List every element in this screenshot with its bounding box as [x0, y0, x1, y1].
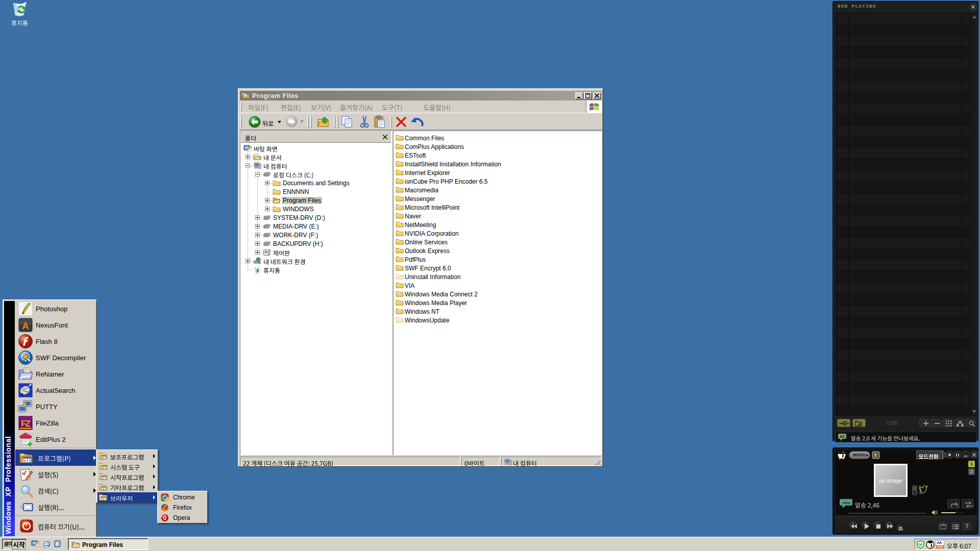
svg-text:A: A — [22, 321, 29, 331]
svg-text:FZ: FZ — [21, 419, 30, 429]
svg-text:AD: AD — [840, 435, 845, 438]
svg-text:now: now — [842, 500, 850, 505]
svg-text:1: 1 — [957, 504, 959, 508]
